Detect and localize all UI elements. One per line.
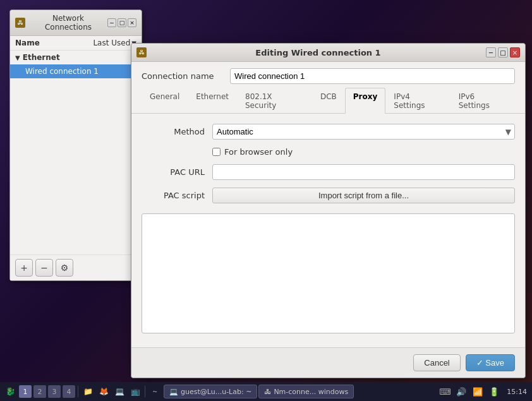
terminal-icon2[interactable]: 💻: [112, 384, 127, 399]
proxy-tab-content: Method None Automatic Manual ▼ For brows…: [131, 114, 525, 347]
connection-name-input[interactable]: [230, 68, 515, 84]
volume-icon[interactable]: 🔊: [455, 385, 468, 398]
dialog-window-controls: − □ ×: [486, 47, 520, 57]
connection-name-label: Connection name: [142, 71, 224, 81]
pac-script-textarea[interactable]: [142, 213, 515, 333]
bg-window-titlebar: 🖧 Network Connections − □ ×: [10, 10, 142, 36]
tab-proxy[interactable]: Proxy: [345, 88, 386, 114]
editing-dialog: 🖧 Editing Wired connection 1 − □ × Conne…: [131, 43, 526, 378]
bg-window-toolbar: + − ⚙: [10, 254, 142, 280]
workspace-4[interactable]: 4: [63, 385, 75, 398]
workspace-1[interactable]: 1: [19, 385, 32, 398]
connection-name-row: Connection name: [131, 62, 525, 88]
nm-connection-task[interactable]: 🖧 Nm-conne... windows: [258, 385, 354, 398]
dialog-close-btn[interactable]: ×: [510, 47, 520, 57]
system-clock: 15:14: [504, 388, 529, 396]
method-select[interactable]: None Automatic Manual: [212, 124, 515, 140]
terminal-task-icon: 💻: [169, 388, 178, 396]
nm-task-label: Nm-conne... windows: [274, 388, 348, 396]
pac-script-row: PAC script Import script from a file...: [142, 188, 515, 203]
tab-8021x-security[interactable]: 802.1X Security: [237, 88, 312, 114]
method-label: Method: [142, 127, 205, 136]
dialog-minimize-btn[interactable]: −: [486, 47, 496, 57]
bg-maximize-btn[interactable]: □: [118, 18, 126, 27]
pac-url-input[interactable]: [212, 164, 515, 180]
sidebar-item-wired-connection-1[interactable]: Wired connection 1: [10, 64, 142, 78]
pac-url-row: PAC URL: [142, 164, 515, 180]
taskbar: 🐉 1 2 3 4 📁 🦊 💻 📺 ~ 💻 guest@Lu...u-Lab: …: [0, 382, 532, 401]
file-manager-icon[interactable]: 📁: [80, 384, 95, 399]
column-headers: Name Last Used ▼: [10, 36, 142, 51]
terminal-tilde-icon[interactable]: ~: [147, 384, 162, 399]
ethernet-group-label: Ethernet: [23, 53, 60, 62]
battery-icon[interactable]: 🔋: [488, 385, 500, 398]
for-browser-only-label[interactable]: For browser only: [224, 147, 293, 157]
method-select-wrapper: None Automatic Manual ▼: [212, 124, 515, 140]
for-browser-only-checkbox[interactable]: [212, 148, 221, 156]
media-icon[interactable]: 📺: [128, 384, 143, 399]
network-icon[interactable]: 📶: [471, 385, 484, 398]
terminal-task[interactable]: 💻 guest@Lu...u-Lab: ~: [164, 385, 257, 398]
sidebar: ▼ Ethernet Wired connection 1: [10, 51, 142, 78]
dialog-window-icon: 🖧: [136, 47, 147, 57]
bg-close-btn[interactable]: ×: [128, 18, 136, 27]
dialog-titlebar: 🖧 Editing Wired connection 1 − □ ×: [131, 44, 525, 62]
tab-bar: General Ethernet 802.1X Security DCB Pro…: [131, 88, 525, 114]
workspace-3[interactable]: 3: [48, 385, 61, 398]
firefox-icon[interactable]: 🦊: [96, 384, 111, 399]
bg-minimize-btn[interactable]: −: [107, 18, 116, 27]
bg-window-title: Network Connections: [29, 14, 107, 32]
taskbar-sep-2: [145, 386, 145, 397]
dialog-title: Editing Wired connection 1: [150, 48, 486, 57]
keyboard-icon[interactable]: ⌨: [438, 385, 451, 398]
start-menu-icon[interactable]: 🐉: [3, 384, 18, 399]
tab-general[interactable]: General: [142, 88, 188, 114]
col-name-header: Name: [15, 39, 93, 47]
workspace-2[interactable]: 2: [33, 385, 46, 398]
settings-btn[interactable]: ⚙: [56, 259, 73, 277]
pac-url-label: PAC URL: [142, 167, 205, 177]
terminal-task-label: guest@Lu...u-Lab: ~: [181, 388, 251, 396]
dialog-footer: Cancel ✓ Save: [131, 347, 525, 378]
save-button[interactable]: ✓ Save: [466, 354, 515, 371]
tab-ipv4-settings[interactable]: IPv4 Settings: [385, 88, 450, 114]
col-last-used-header: Last Used ▼: [93, 39, 136, 47]
taskbar-apps: 🐉 1 2 3 4 📁 🦊 💻 📺 ~: [3, 384, 162, 399]
method-row: Method None Automatic Manual ▼: [142, 124, 515, 140]
network-connections-window: 🖧 Network Connections − □ × Name Last Us…: [9, 9, 142, 281]
add-connection-btn[interactable]: +: [15, 259, 33, 277]
for-browser-only-row: For browser only: [212, 147, 515, 157]
network-connections-icon: 🖧: [15, 18, 25, 28]
dialog-maximize-btn[interactable]: □: [498, 47, 508, 57]
ethernet-group-header: ▼ Ethernet: [10, 51, 142, 64]
taskbar-sep-1: [78, 386, 78, 397]
remove-connection-btn[interactable]: −: [35, 259, 53, 277]
taskbar-right: ⌨ 🔊 📶 🔋 15:14: [438, 385, 529, 398]
tab-ipv6-settings[interactable]: IPv6 Settings: [450, 88, 515, 114]
import-script-btn[interactable]: Import script from a file...: [212, 188, 515, 203]
group-expand-icon: ▼: [15, 54, 20, 61]
bg-window-controls: − □ ×: [107, 18, 136, 27]
pac-script-label: PAC script: [142, 191, 205, 200]
tab-ethernet[interactable]: Ethernet: [188, 88, 237, 114]
nm-task-icon: 🖧: [264, 388, 271, 396]
cancel-button[interactable]: Cancel: [413, 354, 460, 371]
tab-dcb[interactable]: DCB: [312, 88, 345, 114]
